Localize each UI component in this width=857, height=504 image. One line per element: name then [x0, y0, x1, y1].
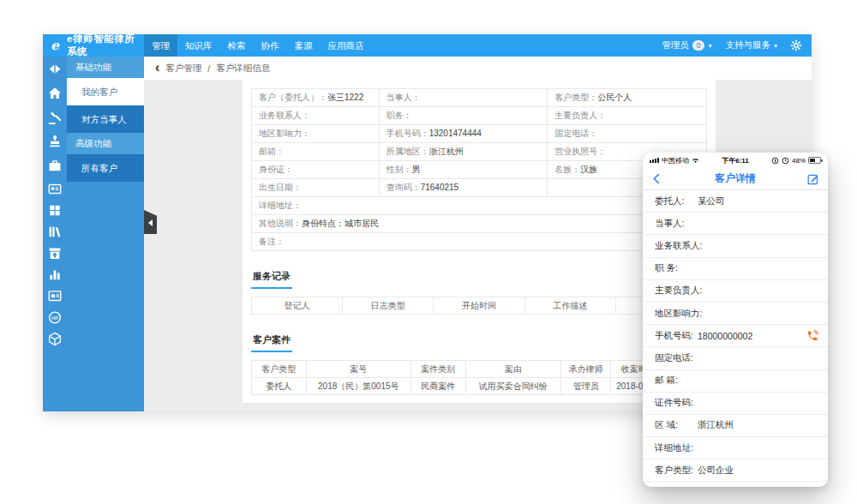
- gear-icon[interactable]: [789, 39, 803, 52]
- info-cell: 客户类型：公民个人: [548, 89, 707, 107]
- info-cell: 出生日期：: [252, 179, 380, 197]
- gavel-icon[interactable]: [48, 111, 63, 125]
- field-label: 邮 箱:: [655, 375, 678, 387]
- field-label: 详细地址：: [259, 201, 302, 210]
- phone-overlay: 中国移动 下午6:11 48% 客户详情 委托人:某公司当事人:业务联系人:职 …: [643, 153, 828, 487]
- collapse-icon[interactable]: [48, 62, 63, 76]
- field-value: 公司企业: [698, 465, 734, 477]
- battery-percent: 48%: [792, 157, 806, 165]
- top-nav-item[interactable]: 应用商店: [321, 34, 372, 57]
- field-label: 当事人:: [655, 218, 684, 230]
- service-records-table: 登记人日志类型开始时间工作描述公开状态: [251, 297, 707, 315]
- sidebar-item[interactable]: 我的客户: [67, 78, 144, 105]
- top-nav-item[interactable]: 案源: [287, 34, 321, 57]
- field-label: 营业执照号：: [554, 147, 606, 156]
- section-title-service-records: 服务记录: [251, 270, 292, 289]
- support-menu[interactable]: 支持与服务 ▾: [720, 39, 782, 51]
- field-label: 出生日期：: [259, 183, 302, 192]
- orientation-lock-icon: [771, 157, 779, 165]
- status-right: 48%: [771, 157, 821, 165]
- svg-text:HR: HR: [51, 315, 58, 321]
- archive-icon[interactable]: [48, 246, 63, 261]
- table-cell: 委托人: [252, 378, 307, 395]
- arrow-left-icon: [145, 219, 153, 226]
- column-header: 日志类型: [343, 297, 434, 315]
- field-value: 身份特点：城市居民: [302, 219, 379, 228]
- info-cell: 其他说明：身份特点：城市居民: [252, 215, 707, 233]
- top-nav-item[interactable]: 知识库: [177, 34, 220, 57]
- field-label: 身份证：: [259, 165, 293, 174]
- home-icon[interactable]: [48, 86, 63, 100]
- app-logo-icon: e: [43, 34, 67, 57]
- phone-page-title: 客户详情: [715, 171, 756, 186]
- hr-icon[interactable]: HR: [48, 310, 63, 325]
- report-icon[interactable]: [48, 289, 63, 303]
- info-cell: 职务：: [379, 107, 547, 125]
- info-cell: 所属地区：浙江杭州: [379, 143, 547, 161]
- field-value: 13201474444: [429, 129, 482, 138]
- field-label: 业务联系人:: [655, 240, 702, 252]
- page: e e律师智能律所系统 管理知识库检索协作案源应用商店 管理员 0 ▾ 支持与服…: [0, 0, 857, 504]
- field-label: 所属地区：: [387, 147, 429, 156]
- battery-icon: [808, 157, 821, 164]
- phone-status-bar: 中国移动 下午6:11 48%: [643, 153, 828, 168]
- user-menu[interactable]: 管理员 0 ▾: [656, 39, 716, 51]
- notification-badge: 0: [692, 40, 705, 51]
- column-header: 案件类别: [411, 361, 465, 378]
- field-label: 邮箱：: [259, 147, 285, 156]
- field-label: 客户类型：: [554, 93, 597, 102]
- field-label: 手机号码:: [655, 330, 693, 342]
- column-header: 承办律师: [561, 361, 611, 378]
- sidebar-item[interactable]: 对方当事人: [67, 105, 144, 133]
- field-value: 男: [412, 165, 421, 174]
- table-row[interactable]: 委托人2018（民）第0015号民商案件试用买卖合同纠纷管理员2018-08-0…: [252, 378, 707, 395]
- field-value: 浙江杭州: [698, 419, 734, 431]
- grid-icon[interactable]: [48, 203, 63, 218]
- info-cell: 详细地址：: [252, 197, 707, 215]
- breadcrumb-separator: /: [207, 63, 210, 74]
- column-header: 登记人: [252, 297, 343, 315]
- breadcrumb-section[interactable]: 客户管理: [165, 63, 201, 75]
- briefcase-icon[interactable]: [48, 159, 63, 173]
- info-cell: 客户（委托人）：张三1222: [252, 89, 380, 107]
- sidebar-section-header: 基础功能: [67, 57, 144, 78]
- library-icon[interactable]: [48, 225, 63, 239]
- barchart-icon[interactable]: [48, 267, 63, 282]
- info-row: 客户（委托人）：张三1222当事人：客户类型：公民个人: [252, 89, 707, 107]
- breadcrumb-current: 客户详细信息: [216, 63, 270, 75]
- field-label: 地区影响力：: [259, 129, 310, 138]
- sidebar-collapse-handle[interactable]: [144, 210, 157, 234]
- topbar-right: 管理员 0 ▾ 支持与服务 ▾: [656, 39, 812, 52]
- alarm-icon: [782, 157, 789, 165]
- customer-info-grid: 客户（委托人）：张三1222当事人：客户类型：公民个人业务联系人：职务：主要负责…: [251, 88, 707, 251]
- field-label: 固定电话：: [554, 129, 597, 138]
- cube-icon[interactable]: [48, 332, 63, 346]
- call-icon[interactable]: [806, 329, 819, 343]
- breadcrumb: ‹ 客户管理 / 客户详细信息: [144, 57, 812, 80]
- phone-field-row: 业务联系人:: [643, 235, 828, 257]
- top-nav-item[interactable]: 管理: [144, 34, 177, 57]
- edit-icon[interactable]: [806, 172, 820, 186]
- back-chevron-icon[interactable]: ‹: [155, 61, 159, 75]
- table-cell: 管理员: [561, 378, 611, 395]
- field-value: 张三1222: [327, 93, 363, 102]
- top-bar: e e律师智能律所系统 管理知识库检索协作案源应用商店 管理员 0 ▾ 支持与服…: [43, 34, 812, 57]
- sidebar-item[interactable]: 所有客户: [67, 154, 144, 182]
- customer-cases-table: 客户类型案号案件类别案由承办律师收案时间结案委托人2018（民）第0015号民商…: [251, 360, 707, 395]
- support-label: 支持与服务: [725, 39, 770, 51]
- wifi-icon: [692, 157, 699, 165]
- table-header-row: 登记人日志类型开始时间工作描述公开状态: [252, 297, 707, 315]
- phone-field-row: 固定电话:: [643, 347, 828, 369]
- top-nav-item[interactable]: 协作: [254, 34, 287, 57]
- stamp-icon[interactable]: [48, 135, 63, 149]
- phone-field-row: 区 域:浙江杭州: [643, 415, 828, 437]
- idcard-icon[interactable]: [48, 182, 63, 196]
- back-chevron-icon[interactable]: [650, 172, 663, 185]
- phone-field-row: 手机号码:18000000002: [643, 325, 828, 347]
- icon-rail: HR: [43, 57, 67, 411]
- info-cell: 手机号码：13201474444: [379, 125, 547, 143]
- top-nav-item[interactable]: 检索: [220, 34, 254, 57]
- carrier-label: 中国移动: [662, 156, 689, 165]
- chevron-down-icon: ▾: [708, 42, 711, 50]
- column-header: 案号: [306, 361, 411, 378]
